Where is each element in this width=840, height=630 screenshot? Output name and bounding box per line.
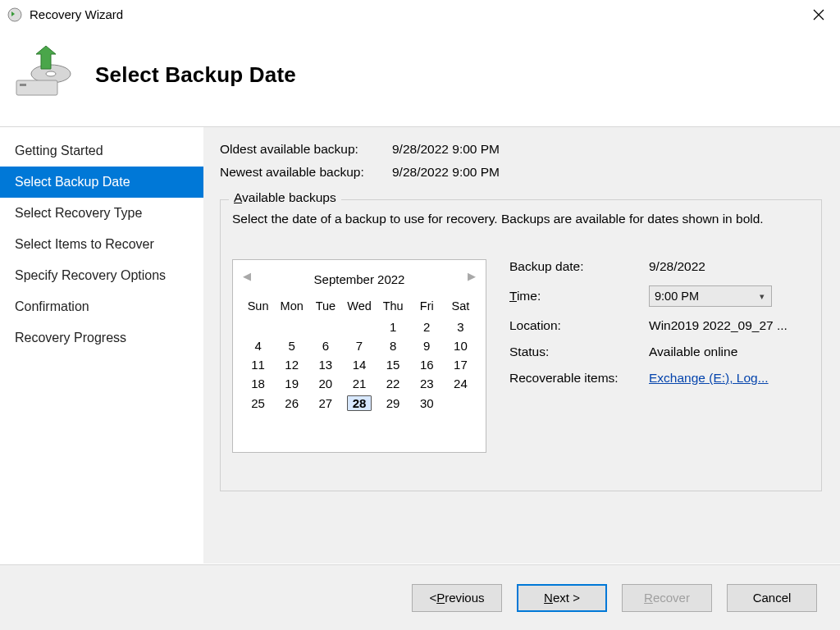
calendar-day[interactable]: 7 — [342, 336, 376, 355]
calendar-day — [275, 317, 308, 336]
next-button[interactable]: Next > — [517, 584, 607, 612]
previous-button[interactable]: < Previous — [412, 584, 502, 612]
backup-date-value: 9/28/2022 — [649, 259, 810, 274]
calendar-day — [241, 317, 275, 336]
location-value: Win2019 2022_09_27 ... — [649, 318, 810, 333]
calendar-day[interactable]: 23 — [410, 374, 444, 393]
recoverable-items-label: Recoverable items: — [509, 371, 649, 386]
recover-button: Recover — [622, 584, 712, 612]
calendar-day[interactable]: 9 — [410, 336, 444, 355]
calendar-day[interactable]: 13 — [308, 355, 342, 374]
oldest-backup-label: Oldest available backup: — [220, 142, 392, 157]
calendar-grid: SunMonTueWedThuFriSat 123456789101112131… — [241, 296, 477, 413]
calendar-day — [308, 317, 342, 336]
available-backups-instruction: Select the date of a backup to use for r… — [232, 212, 810, 226]
backup-date-label: Backup date: — [509, 259, 649, 274]
calendar-day[interactable]: 8 — [377, 336, 410, 355]
sidebar-item-select-recovery-type[interactable]: Select Recovery Type — [0, 198, 203, 229]
calendar-next-month[interactable]: ▶ — [468, 270, 476, 282]
calendar-day — [342, 317, 376, 336]
time-select-value: 9:00 PM — [655, 290, 699, 303]
time-select[interactable]: 9:00 PM ▾ — [649, 285, 772, 307]
calendar-day[interactable]: 20 — [308, 374, 342, 393]
svg-rect-4 — [20, 84, 26, 86]
calendar-day[interactable]: 10 — [444, 336, 477, 355]
calendar-day[interactable]: 28 — [342, 393, 376, 413]
calendar-day[interactable]: 22 — [377, 374, 410, 393]
calendar-day — [444, 393, 477, 413]
wizard-footer: < Previous Next > Recover Cancel — [0, 564, 840, 630]
app-icon — [7, 7, 23, 23]
titlebar: Recovery Wizard — [0, 0, 840, 30]
calendar-day[interactable]: 27 — [308, 393, 342, 413]
calendar-weekday: Wed — [342, 296, 376, 317]
newest-backup-label: Newest available backup: — [220, 165, 392, 180]
available-backups-group: Available backups Select the date of a b… — [220, 199, 822, 491]
calendar-day[interactable]: 1 — [377, 317, 410, 336]
calendar-weekday: Mon — [275, 296, 308, 317]
recoverable-items-link[interactable]: Exchange (E:), Log... — [649, 371, 769, 385]
calendar-day[interactable]: 3 — [444, 317, 477, 336]
calendar-month-year: September 2022 — [314, 272, 405, 286]
sidebar-item-select-items-to-recover[interactable]: Select Items to Recover — [0, 229, 203, 260]
newest-backup-value: 9/28/2022 9:00 PM — [392, 165, 500, 180]
calendar-day[interactable]: 5 — [275, 336, 308, 355]
chevron-down-icon: ▾ — [760, 291, 765, 302]
sidebar-item-getting-started[interactable]: Getting Started — [0, 135, 203, 167]
calendar-day[interactable]: 26 — [275, 393, 308, 413]
calendar-day[interactable]: 6 — [308, 336, 342, 355]
calendar[interactable]: ◀ September 2022 ▶ SunMonTueWedThuFriSat… — [232, 259, 486, 453]
recovery-wizard-window: Recovery Wizard Select Backup Date Getti… — [0, 0, 840, 630]
calendar-day[interactable]: 19 — [275, 374, 308, 393]
content-area: Oldest available backup: 9/28/2022 9:00 … — [203, 127, 840, 564]
calendar-day[interactable]: 18 — [241, 374, 275, 393]
calendar-weekday: Fri — [410, 296, 444, 317]
sidebar-item-confirmation[interactable]: Confirmation — [0, 291, 203, 322]
calendar-weekday: Sun — [241, 296, 275, 317]
svg-point-2 — [46, 71, 56, 76]
status-value: Available online — [649, 345, 810, 359]
close-button[interactable] — [804, 3, 833, 26]
calendar-day[interactable]: 14 — [342, 355, 376, 374]
oldest-backup-row: Oldest available backup: 9/28/2022 9:00 … — [220, 142, 822, 157]
calendar-day[interactable]: 16 — [410, 355, 444, 374]
sidebar-item-recovery-progress[interactable]: Recovery Progress — [0, 322, 203, 354]
calendar-day[interactable]: 11 — [241, 355, 275, 374]
calendar-day[interactable]: 2 — [410, 317, 444, 336]
calendar-weekday: Thu — [377, 296, 410, 317]
available-backups-legend: Available backups — [229, 190, 341, 205]
calendar-day[interactable]: 17 — [444, 355, 477, 374]
calendar-day[interactable]: 29 — [377, 393, 410, 413]
calendar-prev-month[interactable]: ◀ — [243, 270, 251, 282]
calendar-day[interactable]: 4 — [241, 336, 275, 355]
backup-details: Backup date: 9/28/2022 Time: 9:00 PM ▾ — [509, 259, 810, 453]
oldest-backup-value: 9/28/2022 9:00 PM — [392, 142, 500, 157]
disk-recovery-icon — [13, 44, 74, 105]
wizard-steps-sidebar: Getting Started Select Backup Date Selec… — [0, 127, 203, 354]
window-title: Recovery Wizard — [30, 7, 123, 21]
status-label: Status: — [509, 345, 649, 359]
sidebar-item-specify-recovery-options[interactable]: Specify Recovery Options — [0, 260, 203, 291]
newest-backup-row: Newest available backup: 9/28/2022 9:00 … — [220, 165, 822, 180]
calendar-weekday: Tue — [308, 296, 342, 317]
page-title: Select Backup Date — [95, 62, 296, 88]
calendar-day[interactable]: 25 — [241, 393, 275, 413]
calendar-day[interactable]: 30 — [410, 393, 444, 413]
calendar-weekday: Sat — [444, 296, 477, 317]
calendar-day[interactable]: 24 — [444, 374, 477, 393]
calendar-day[interactable]: 21 — [342, 374, 376, 393]
calendar-day[interactable]: 12 — [275, 355, 308, 374]
cancel-button[interactable]: Cancel — [727, 584, 817, 612]
svg-point-0 — [8, 8, 21, 21]
wizard-header: Select Backup Date — [0, 30, 840, 126]
sidebar-item-select-backup-date[interactable]: Select Backup Date — [0, 167, 203, 198]
time-label: Time: — [509, 289, 649, 304]
svg-rect-3 — [16, 80, 57, 95]
calendar-day[interactable]: 15 — [377, 355, 410, 374]
location-label: Location: — [509, 318, 649, 333]
